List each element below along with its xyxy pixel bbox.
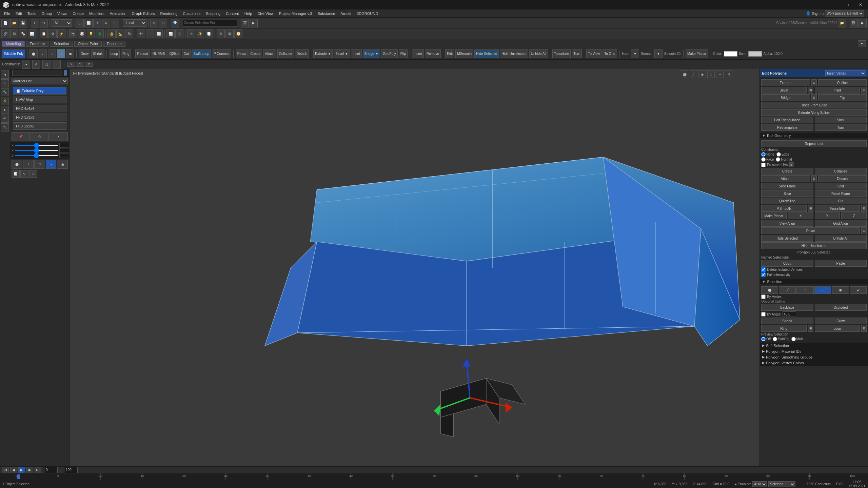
menu-file[interactable]: File <box>1 11 13 16</box>
utilities-btn[interactable]: 🔨 <box>1 123 9 131</box>
isolate-button[interactable]: 👁 <box>137 29 145 38</box>
z-slider[interactable] <box>15 155 58 156</box>
workspace-dropdown[interactable]: Workspaces: Default <box>825 10 864 17</box>
make-unique-btn[interactable]: ⬡ <box>31 132 49 141</box>
elem-select-btn[interactable]: ◼ <box>57 160 68 169</box>
named-set-btn[interactable]: 📝 <box>12 170 20 178</box>
modify-panel-btn[interactable]: 🔧 <box>1 88 9 96</box>
render-frame-window-button[interactable]: 🖼 <box>850 19 858 27</box>
reference-coord-dropdown[interactable]: Local <box>123 19 146 27</box>
render-button[interactable]: ▶ <box>250 19 258 27</box>
align-button[interactable]: ⊟ <box>159 19 167 27</box>
msmooth-settings2-btn[interactable]: ⊞ <box>808 205 813 212</box>
inset-rp-btn[interactable]: Inset <box>815 87 860 94</box>
select-scale-button[interactable]: ⬡ <box>111 19 119 27</box>
to-view-btn[interactable]: To View <box>586 49 601 58</box>
select-object-button[interactable]: ⬚ <box>76 19 84 27</box>
create-geo-btn[interactable]: Create <box>761 168 813 175</box>
face-constraint-btn[interactable]: ◻ <box>42 60 51 69</box>
none-radio-label[interactable]: None <box>761 152 774 157</box>
obj-color-swatch[interactable] <box>64 70 67 76</box>
tessellate-rp-btn[interactable]: Tessellate <box>815 205 860 212</box>
inset-btn2[interactable]: Inset <box>351 49 362 58</box>
vp-light-btn[interactable]: ☀ <box>716 70 724 78</box>
none-constraint-radio[interactable] <box>761 152 766 157</box>
polygon-mode-button[interactable]: ▪ <box>57 49 65 58</box>
cut-button[interactable]: Cut <box>182 49 191 58</box>
constraint-y-btn[interactable]: Y <box>76 62 84 67</box>
vp-wire-btn[interactable]: □ <box>707 70 715 78</box>
display-btn[interactable]: 👁 <box>1 115 9 123</box>
tessellate-btn2[interactable]: Tessellate <box>552 49 571 58</box>
edge-mode-button[interactable]: / <box>39 49 47 58</box>
y-input[interactable] <box>59 148 70 153</box>
menu-edit[interactable]: Edit <box>13 11 25 16</box>
menu-3dground[interactable]: 3DGROUND <box>354 11 381 16</box>
msmooth-rp-btn[interactable]: MSmooth <box>761 205 807 212</box>
grid-align-btn[interactable]: Grid Align <box>815 220 867 227</box>
edit-btn[interactable]: Edit <box>445 49 454 58</box>
preview-multi-radio[interactable] <box>791 337 796 341</box>
preview-off-label[interactable]: Off <box>761 337 771 341</box>
menu-rendering[interactable]: Rendering <box>158 11 180 16</box>
minimize-button[interactable]: ─ <box>834 0 844 9</box>
nurms-button[interactable]: NURMS <box>151 49 167 58</box>
light-lister-button[interactable]: 💡 <box>87 29 95 38</box>
sel-elem-btn-rp[interactable]: ◼ <box>832 286 849 294</box>
collapse-tabs-button[interactable]: ▼ <box>858 40 866 47</box>
motion-btn[interactable]: ▶ <box>1 106 9 114</box>
extrude-btn2[interactable]: Extrude ▼ <box>313 49 333 58</box>
create-selection-set-input[interactable] <box>183 20 237 26</box>
viewport-config-button[interactable]: 🖥 <box>225 29 234 38</box>
attach-btn2[interactable]: Attach <box>263 49 276 58</box>
menu-tools[interactable]: Tools <box>25 11 39 16</box>
capture-button[interactable]: 📷 <box>69 29 77 38</box>
modifier-uwv-map[interactable]: UVW Map <box>13 96 66 103</box>
tab-object-paint[interactable]: Object Paint <box>74 41 102 47</box>
hard-btn[interactable]: ▼ <box>631 49 639 58</box>
y-planar-btn[interactable]: Y <box>815 212 840 219</box>
sel-vertex-btn-rp[interactable]: ⬤ <box>761 286 778 294</box>
quickslice-btn[interactable]: QuickSlice <box>761 198 813 204</box>
select-move-button[interactable]: ✛ <box>93 19 101 27</box>
ring-button[interactable]: Ring <box>121 49 131 58</box>
menu-modifiers[interactable]: Modifiers <box>86 11 107 16</box>
bridge-rp-btn[interactable]: Bridge <box>761 94 810 101</box>
z-input[interactable] <box>59 153 70 158</box>
scene-explorer-button[interactable]: 🌲 <box>96 29 104 38</box>
normal-constraint-btn[interactable]: ↑ <box>53 60 61 69</box>
edit-triangulation-btn[interactable]: Edit Triangulation <box>761 117 813 123</box>
selected-filter-dropdown[interactable]: Selected <box>768 481 795 487</box>
face-radio-label[interactable]: Face <box>761 157 774 162</box>
insert-btn[interactable]: Insert <box>412 49 424 58</box>
extrude-settings-btn[interactable]: ⊞ <box>811 79 817 86</box>
prev-frame-btn[interactable]: ◀ <box>10 467 17 473</box>
constraint-x-btn[interactable]: X <box>67 62 75 67</box>
open-button[interactable]: 📂 <box>10 19 18 27</box>
3d-navigate-button[interactable]: 🧭 <box>234 29 242 38</box>
shrink-btn-rp[interactable]: Shrink <box>761 318 813 324</box>
sel-border-btn-rp[interactable]: □ <box>796 286 813 294</box>
menu-content[interactable]: Content <box>223 11 242 16</box>
material-editor-button[interactable]: 💎 <box>171 19 179 27</box>
pconnect-button[interactable]: P Connect <box>212 49 231 58</box>
x-input[interactable] <box>59 143 70 148</box>
preview-subobj-radio[interactable] <box>773 337 777 341</box>
relax-btn[interactable]: Relax <box>236 49 248 58</box>
select-region-button[interactable]: ⬜ <box>84 19 93 27</box>
smooth-btn[interactable]: ▼ <box>654 49 663 58</box>
preserve-uvs-checkbox[interactable] <box>761 163 766 167</box>
outline-rp-btn[interactable]: Outline <box>818 79 867 86</box>
attach-list-btn[interactable]: ⊞ <box>811 175 817 182</box>
turn-btn[interactable]: Turn <box>572 49 582 58</box>
qslice-button[interactable]: QSlice <box>167 49 181 58</box>
ring-btn-rp[interactable]: Ring <box>761 325 807 332</box>
constraint-z-btn[interactable]: Z <box>85 62 93 67</box>
next-frame-btn[interactable]: ▶ <box>26 467 33 473</box>
hide-selected-btn[interactable]: Hide Selected <box>474 49 499 58</box>
view-align-btn[interactable]: View Align <box>761 220 813 227</box>
menu-graph-editors[interactable]: Graph Editors <box>129 11 158 16</box>
attach-geo-btn[interactable]: Attach <box>761 175 810 182</box>
link-button[interactable]: 🔗 <box>1 29 9 38</box>
bevel-btn2[interactable]: Bevel ▼ <box>334 49 350 58</box>
